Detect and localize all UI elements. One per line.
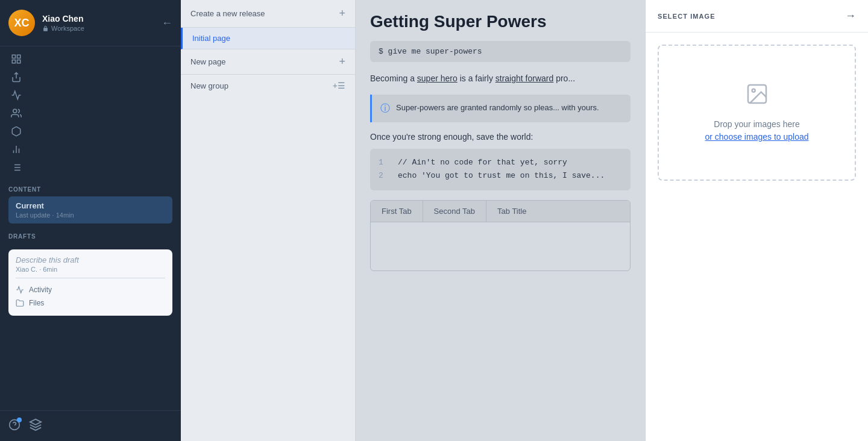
current-content-item[interactable]: Current Last update · 14min <box>8 196 172 224</box>
lock-icon <box>42 25 49 32</box>
svg-marker-15 <box>30 419 41 425</box>
inline-code-text: $ give me super-powers <box>379 47 482 56</box>
svg-rect-3 <box>17 60 20 63</box>
help-icon-btn[interactable] <box>8 419 20 433</box>
main-content: Getting Super Powers $ give me super-pow… <box>356 0 645 441</box>
line-num-2: 2 <box>379 169 388 183</box>
files-icon <box>16 299 24 307</box>
inline-code-block: $ give me super-powers <box>370 41 631 62</box>
draft-divider <box>16 278 165 278</box>
sidebar-settings-icon[interactable] <box>6 158 175 177</box>
draft-activity-action[interactable]: Activity <box>16 283 165 296</box>
sidebar-header: XC Xiao Chen Workspace ← <box>0 0 181 46</box>
multi-code-block: 1 // Ain't no code for that yet, sorry 2… <box>370 149 631 190</box>
content-area: Getting Super Powers $ give me super-pow… <box>370 12 631 429</box>
tabs-body <box>371 222 630 271</box>
workspace-label: Workspace <box>51 25 84 32</box>
new-page-plus-icon: + <box>339 55 345 68</box>
content-section: CONTENT Current Last update · 14min <box>0 180 181 227</box>
back-button[interactable]: ← <box>162 17 172 30</box>
right-panel: SELECT IMAGE → Drop your images here or … <box>645 0 868 441</box>
sidebar-share-icon[interactable] <box>6 68 175 86</box>
drop-instructions: Drop your images here <box>714 119 799 129</box>
draft-item[interactable]: Describe this draft Xiao C. · 6min Activ… <box>8 249 172 316</box>
workspace-info: Xiao Chen Workspace <box>42 14 154 33</box>
new-group-label: New group <box>190 81 228 90</box>
new-release-label: Create a new release <box>190 9 265 18</box>
code-text-2: echo 'You got to trust me on this, I sav… <box>398 169 605 183</box>
workspace-name: Xiao Chen <box>42 14 154 24</box>
sidebar-icon-row <box>0 46 181 180</box>
drop-text: Drop your images here or choose images t… <box>705 118 809 143</box>
sidebar-cube-icon[interactable] <box>6 122 175 140</box>
new-release-plus-icon: + <box>339 7 345 20</box>
drafts-section-label: DRAFTS <box>8 233 172 240</box>
right-panel-title: SELECT IMAGE <box>658 13 715 20</box>
code-line-2: 2 echo 'You got to trust me on this, I s… <box>379 169 622 183</box>
new-page-row[interactable]: New page + <box>181 49 355 75</box>
new-page-label: New page <box>190 57 226 66</box>
straight-underline: straight forward <box>495 74 553 83</box>
new-group-plus-icon: +☰ <box>333 81 345 90</box>
sidebar-dashboard-icon[interactable] <box>6 50 175 68</box>
tab-title[interactable]: Tab Title <box>486 201 537 222</box>
initial-page-label: Initial page <box>192 34 230 43</box>
activity-icon <box>16 286 24 294</box>
tabs-container: First Tab Second Tab Tab Title <box>370 200 631 271</box>
sidebar-activity-icon[interactable] <box>6 86 175 104</box>
sidebar: XC Xiao Chen Workspace ← <box>0 0 181 441</box>
files-label: Files <box>29 299 44 307</box>
tabs-header: First Tab Second Tab Tab Title <box>371 201 630 222</box>
initial-page-row[interactable]: Initial page <box>181 28 355 49</box>
image-placeholder-icon <box>745 82 769 111</box>
doc-title: Getting Super Powers <box>370 12 631 31</box>
content-section-label: CONTENT <box>8 186 172 193</box>
svg-point-4 <box>13 109 17 113</box>
draft-files-action[interactable]: Files <box>16 296 165 310</box>
current-item-title: Current <box>16 201 165 210</box>
svg-rect-0 <box>12 55 15 58</box>
workspace-sub: Workspace <box>42 25 154 32</box>
right-panel-arrow-icon[interactable]: → <box>845 10 856 22</box>
avatar: XC <box>8 10 35 36</box>
info-callout: ⓘ Super-powers are granted randomly so p… <box>370 95 631 122</box>
upload-link[interactable]: or choose images to upload <box>705 132 809 142</box>
code-text-1: // Ain't no code for that yet, sorry <box>398 156 567 169</box>
super-underline: super hero <box>417 74 458 83</box>
drop-zone[interactable]: Drop your images here or choose images t… <box>658 45 856 181</box>
body-text: Becoming a super hero is a fairly straig… <box>370 72 631 85</box>
right-panel-header: SELECT IMAGE → <box>646 0 868 33</box>
line-num-1: 1 <box>379 156 388 169</box>
save-text: Once you're strong enough, save the worl… <box>370 132 631 142</box>
sidebar-users-icon[interactable] <box>6 104 175 122</box>
new-group-row[interactable]: New group +☰ <box>181 75 355 96</box>
svg-point-17 <box>752 89 755 92</box>
middle-panel: Create a new release + Initial page New … <box>181 0 356 441</box>
draft-sub: Xiao C. · 6min <box>16 266 165 273</box>
sidebar-bottom <box>0 410 181 441</box>
tab-first[interactable]: First Tab <box>371 201 423 222</box>
layers-icon-btn[interactable] <box>29 418 42 434</box>
draft-title: Describe this draft <box>16 255 165 264</box>
svg-rect-1 <box>17 55 20 58</box>
new-release-row[interactable]: Create a new release + <box>181 0 355 28</box>
info-icon: ⓘ <box>380 102 390 115</box>
tab-second[interactable]: Second Tab <box>423 201 486 222</box>
sidebar-chart-icon[interactable] <box>6 140 175 158</box>
drafts-section: DRAFTS <box>0 227 181 246</box>
current-item-sub: Last update · 14min <box>16 211 165 219</box>
activity-label: Activity <box>29 286 52 294</box>
svg-rect-2 <box>12 60 15 63</box>
code-line-1: 1 // Ain't no code for that yet, sorry <box>379 156 622 169</box>
callout-text: Super-powers are granted randomly so ple… <box>396 102 599 114</box>
